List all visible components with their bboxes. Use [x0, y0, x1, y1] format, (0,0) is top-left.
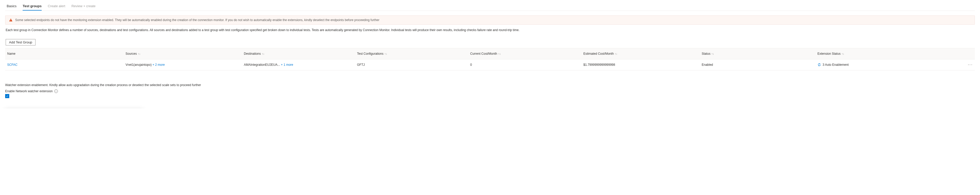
sync-icon: [818, 63, 821, 67]
sort-icon: ↑↓: [262, 52, 264, 55]
row-dest-more-link[interactable]: + 1 more: [281, 63, 293, 67]
col-destinations[interactable]: Destinations ↑↓: [244, 52, 357, 55]
row-actions-menu[interactable]: ···: [958, 62, 973, 67]
row-dest-main: AMAIntegrationEU2EUA...: [244, 63, 280, 67]
col-name-label: Name: [7, 52, 16, 55]
sort-icon: ↑↓: [615, 52, 617, 55]
col-estimated-label: Estimated Cost/Month: [583, 52, 614, 55]
add-test-group-button[interactable]: Add Test Group: [6, 39, 35, 46]
info-icon[interactable]: i: [54, 89, 58, 93]
col-estimated-cost[interactable]: Estimated Cost/Month ↑↓: [583, 52, 702, 55]
tab-basics[interactable]: Basics: [7, 3, 16, 11]
sort-icon: ↑↓: [842, 52, 844, 55]
sort-icon: ↑↓: [385, 52, 387, 55]
row-status: Enabled: [702, 63, 818, 67]
col-extstatus-label: Extension Status: [818, 52, 841, 55]
tabs-bar: Basics Test groups Create alert Review +…: [5, 3, 975, 11]
col-status[interactable]: Status ↑↓: [702, 52, 818, 55]
sort-icon: ↑↓: [138, 52, 140, 55]
col-status-label: Status: [702, 52, 710, 55]
test-group-table: Name Sources ↑↓ Destinations ↑↓ Test Con…: [5, 48, 975, 70]
col-dest-label: Destinations: [244, 52, 261, 55]
col-sources-label: Sources: [126, 52, 137, 55]
warning-infobar: Some selected endpoints do not have the …: [5, 16, 975, 25]
row-sources-more-link[interactable]: + 2 more: [153, 63, 165, 67]
warning-icon: [9, 18, 13, 22]
col-current-cost[interactable]: Current Cost/Month ↑↓: [470, 52, 583, 55]
col-current-label: Current Cost/Month: [470, 52, 497, 55]
tab-create-alert: Create alert: [48, 3, 65, 11]
sort-icon: ↑↓: [711, 52, 714, 55]
col-test-configurations[interactable]: Test Configurations ↑↓: [357, 52, 470, 55]
tab-review-create: Review + create: [72, 3, 96, 11]
scale-set-message: Watcher extension enablement. Kindly all…: [5, 83, 975, 87]
table-row: SCFAC Vnet1(anujaintopo) + 2 more AMAInt…: [5, 59, 975, 70]
row-ext-status: 3 Auto Enablement: [822, 63, 849, 67]
enable-extension-checkbox[interactable]: ✓: [5, 94, 9, 98]
warning-text: Some selected endpoints do not have the …: [15, 18, 379, 22]
col-name[interactable]: Name: [7, 52, 126, 55]
tab-test-groups[interactable]: Test groups: [22, 3, 41, 11]
sort-icon: ↑↓: [498, 52, 501, 55]
enable-extension-label: Enable Network watcher extension: [5, 89, 53, 93]
row-current-cost: 0: [470, 63, 583, 67]
row-name-link[interactable]: SCFAC: [7, 63, 18, 67]
row-sources-main: Vnet1(anujaintopo): [126, 63, 151, 67]
page-description: Each test group in Connection Monitor de…: [5, 28, 975, 32]
col-sources[interactable]: Sources ↑↓: [126, 52, 244, 55]
row-estimated-cost: $1.7999999999999998: [583, 63, 702, 67]
row-testcfg: GFTJ: [357, 63, 470, 67]
table-header-row: Name Sources ↑↓ Destinations ↑↓ Test Con…: [5, 48, 975, 59]
col-extension-status[interactable]: Extension Status ↑↓: [818, 52, 958, 55]
col-testcfg-label: Test Configurations: [357, 52, 383, 55]
